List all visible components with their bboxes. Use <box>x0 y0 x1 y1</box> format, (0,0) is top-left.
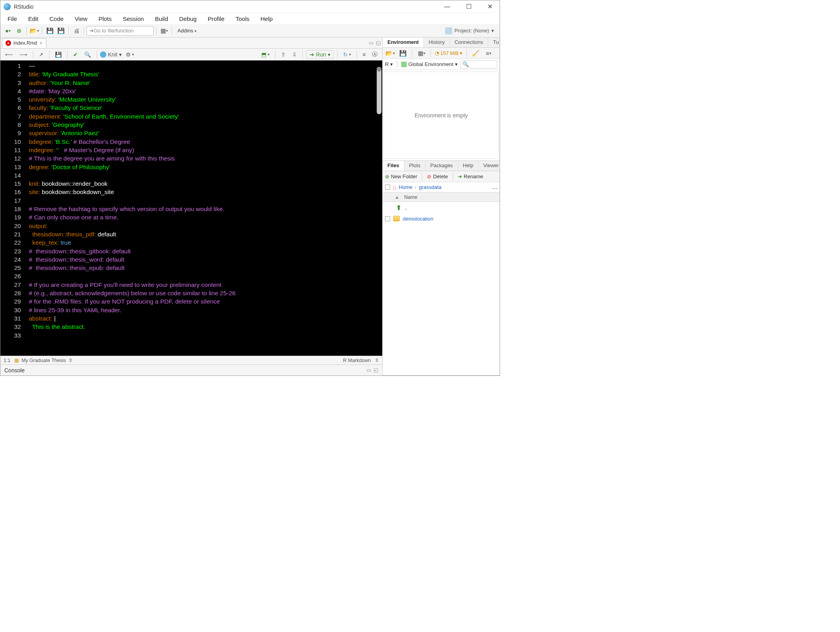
show-in-new-window-button[interactable]: ↗ <box>36 51 46 58</box>
close-button[interactable]: ✕ <box>483 1 496 12</box>
code-line[interactable]: # Can only choose one at a time. <box>29 213 382 221</box>
publish-button[interactable]: ↻ <box>341 51 353 58</box>
open-file-button[interactable]: 📂 <box>29 26 40 36</box>
forward-button[interactable]: ⟶ <box>17 51 30 58</box>
new-project-button[interactable]: ⊕ <box>14 26 24 36</box>
code-line[interactable]: mdegree: '' # Master's Degree (if any) <box>29 146 382 154</box>
menu-plots[interactable]: Plots <box>93 14 117 23</box>
code-line[interactable]: # thesisdown::thesis_gitbook: default <box>29 247 382 255</box>
code-line[interactable] <box>29 331 382 340</box>
go-to-next-chunk-button[interactable]: ⇩ <box>290 51 299 58</box>
file-row-up[interactable]: ⬆ .. <box>383 202 500 213</box>
spellcheck-button[interactable]: ✔ <box>71 51 80 58</box>
code-line[interactable]: # This is the degree you are aiming for … <box>29 154 382 162</box>
maximize-button[interactable]: ☐ <box>462 1 476 12</box>
project-selector[interactable]: Project: (None) ▾ <box>442 26 497 36</box>
outline-button[interactable]: ≡ <box>360 51 368 58</box>
file-row[interactable]: demolocation <box>383 213 500 224</box>
code-line[interactable]: abstract: | <box>29 314 382 323</box>
env-scope-selector[interactable]: Global Environment ▾ <box>401 61 458 67</box>
files-tab-plots[interactable]: Plots <box>404 161 426 171</box>
code-line[interactable]: title: 'My Graduate Thesis' <box>29 70 382 78</box>
run-button[interactable]: ➔ Run ▾ <box>306 50 334 59</box>
code-line[interactable]: output: <box>29 222 382 230</box>
code-line[interactable]: supervisor: 'Antonio Paez' <box>29 129 382 137</box>
code-line[interactable]: thesisdown::thesis_pdf: default <box>29 230 382 238</box>
code-line[interactable]: department: 'School of Earth, Environmen… <box>29 112 382 121</box>
grid-tool-button[interactable]: ▦ <box>159 26 169 36</box>
menu-debug[interactable]: Debug <box>174 14 202 23</box>
code-line[interactable]: site: bookdown::bookdown_site <box>29 188 382 196</box>
go-to-prev-chunk-button[interactable]: ⇧ <box>279 51 288 58</box>
maximize-pane-button[interactable]: ◱ <box>374 367 378 373</box>
console-tab[interactable]: Console <box>4 367 25 374</box>
gear-settings-button[interactable]: ⚙ <box>123 51 136 58</box>
source-tab-index[interactable]: ● index.Rmd × <box>2 38 46 48</box>
minimize-button[interactable]: — <box>440 2 454 12</box>
menu-view[interactable]: View <box>69 14 93 23</box>
file-checkbox[interactable] <box>385 216 390 221</box>
code-line[interactable]: university: 'McMaster University' <box>29 95 382 104</box>
knit-button[interactable]: Knit ▾ <box>100 51 122 58</box>
code-line[interactable] <box>29 196 382 205</box>
code-line[interactable]: --- <box>29 62 382 70</box>
list-view-button[interactable]: ≡ <box>483 48 494 58</box>
code-line[interactable]: keep_tex: true <box>29 238 382 247</box>
code-line[interactable]: # If you are creating a PDF you'll need … <box>29 281 382 289</box>
save-all-button[interactable]: 💾 <box>56 26 66 36</box>
code-line[interactable]: #date: 'May 20xx' <box>29 87 382 95</box>
rename-button[interactable]: ➜ Rename <box>458 174 483 179</box>
scrollbar-thumb[interactable] <box>377 67 381 114</box>
files-tab-packages[interactable]: Packages <box>426 161 458 171</box>
scroll-down-arrow-icon[interactable] <box>377 67 381 72</box>
code-line[interactable]: bdegree: 'B.Sc.' # Bachellor's Degree <box>29 138 382 146</box>
save-workspace-button[interactable]: 💾 <box>398 48 408 58</box>
files-tab-files[interactable]: Files <box>383 161 404 171</box>
name-column-header[interactable]: Name <box>399 194 417 200</box>
insert-chunk-button[interactable]: ⬒ <box>259 51 272 58</box>
outline-crumb[interactable]: ▦ My Graduate Thesis ⇳ <box>14 357 72 363</box>
minimize-pane-button[interactable]: ▭ <box>369 40 374 46</box>
close-tab-button[interactable]: × <box>40 40 43 46</box>
code-line[interactable]: # for the .RMD files. If you are NOT pro… <box>29 297 382 306</box>
breadcrumb-home[interactable]: Home <box>399 184 413 190</box>
menu-help[interactable]: Help <box>255 14 278 23</box>
env-tab-environment[interactable]: Environment <box>383 38 424 47</box>
new-folder-button[interactable]: ⊕ New Folder <box>385 174 417 179</box>
back-button[interactable]: ⟵ <box>3 51 15 58</box>
code-line[interactable]: faculty: 'Faculty of Science' <box>29 104 382 112</box>
env-tab-tu[interactable]: Tu <box>488 38 500 47</box>
env-tab-history[interactable]: History <box>424 38 449 47</box>
code-line[interactable]: # thesisdown::thesis_word: default <box>29 255 382 264</box>
menu-file[interactable]: File <box>2 14 23 23</box>
save-source-button[interactable]: 💾 <box>53 51 64 58</box>
visual-editor-button[interactable]: Ⓐ <box>370 50 380 59</box>
menu-tools[interactable]: Tools <box>230 14 255 23</box>
menu-code[interactable]: Code <box>44 14 69 23</box>
menu-session[interactable]: Session <box>117 14 149 23</box>
goto-file-input[interactable]: ➔ Go to file/function <box>87 26 154 36</box>
memory-usage[interactable]: ◔ 157 MiB ▾ <box>435 50 462 56</box>
code-line[interactable] <box>29 272 382 280</box>
files-tab-viewer[interactable]: Viewer <box>478 161 500 171</box>
addins-menu[interactable]: Addins <box>174 26 200 35</box>
select-all-checkbox[interactable] <box>385 185 390 190</box>
import-dataset-button[interactable]: ▦ <box>416 48 427 58</box>
maximize-pane-button[interactable]: ◱ <box>376 40 381 46</box>
env-tab-connections[interactable]: Connections <box>450 38 488 47</box>
code-line[interactable]: # lines 25-39 in this YAML header. <box>29 306 382 314</box>
code-line[interactable]: # thesisdown::thesis_epub: default <box>29 264 382 272</box>
print-button[interactable]: 🖨 <box>71 26 81 36</box>
code-line[interactable]: knit: bookdown::render_book <box>29 179 382 188</box>
breadcrumb-current[interactable]: grassdata <box>419 184 442 190</box>
sort-asc-icon[interactable]: ▲ <box>395 194 399 200</box>
delete-button[interactable]: ⊘ Delete <box>427 174 448 179</box>
files-tab-help[interactable]: Help <box>458 161 479 171</box>
code-content[interactable]: ---title: 'My Graduate Thesis'author: 'Y… <box>25 60 382 356</box>
more-button[interactable]: … <box>492 184 497 190</box>
code-line[interactable]: subject: 'Geography' <box>29 121 382 129</box>
minimize-pane-button[interactable]: ▭ <box>366 367 371 373</box>
code-line[interactable]: author: 'Your R. Name' <box>29 79 382 87</box>
file-name[interactable]: demolocation <box>403 216 433 222</box>
menu-edit[interactable]: Edit <box>23 14 44 23</box>
